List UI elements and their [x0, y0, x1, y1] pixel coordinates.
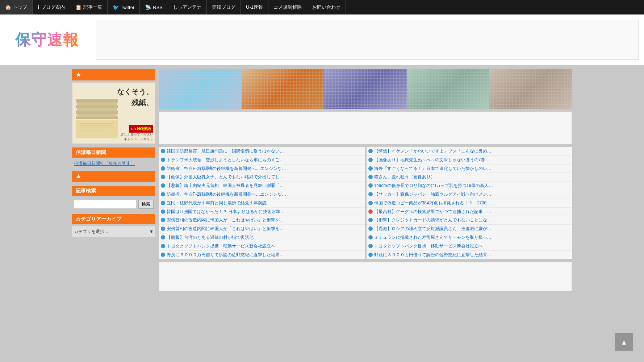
content-ad-top: [159, 112, 572, 144]
nav-u1[interactable]: U-1速報: [241, 0, 268, 14]
article-dot-icon: [368, 218, 373, 222]
nav-comment[interactable]: コメ規制解除: [268, 0, 307, 14]
no-zanshi-badge: NO NO残紙: [129, 125, 153, 133]
search-form: 検索: [72, 198, 155, 211]
home-icon: 🏠: [5, 4, 11, 10]
list-item[interactable]: 【衝撃】クレジットカードの請求がとんでもないことになって…: [367, 216, 572, 225]
search-button[interactable]: 検索: [138, 200, 154, 209]
article-dot-icon: [368, 226, 373, 231]
list-item[interactable]: 【画像】外国人巨乳女子、とんでもない格好で外出してしまう…: [159, 173, 365, 182]
article-link[interactable]: トヨタとソフトバンク提携 移動サービス新会社設立へ: [374, 243, 483, 249]
article-dot-icon: [161, 218, 165, 222]
article-dot-icon: [161, 192, 165, 196]
list-item[interactable]: 立民・枝野代表が１年前と同じ場所で結党１年演説: [159, 199, 365, 208]
list-item[interactable]: 【サッカー】森保ジャパン、強豪ウルグアイ戦へ向けメンバー…: [367, 190, 572, 199]
category-section-header: カテゴリアーカイブ: [72, 214, 155, 224]
list-item[interactable]: 韓国はIT強国ではなかった！？ 日本よりはるかに技術水準が低…: [159, 208, 365, 216]
nav-blog-guide[interactable]: ℹ ブログ案内: [33, 0, 70, 14]
list-item[interactable]: 野茂に３０００万円借りて訴訟の佐野慈紀に直撃した結果「引…: [159, 251, 365, 259]
article-link[interactable]: 野茂に３０００万円借りて訴訟の佐野慈紀に直撃した結果「引…: [167, 252, 286, 258]
news-link[interactable]: 信濃毎日新聞社「魚拓も禁止」: [72, 159, 155, 168]
search-input[interactable]: [74, 200, 137, 209]
nav-article-list[interactable]: 📋 記事一覧: [70, 0, 108, 14]
article-dot-icon: [368, 183, 373, 188]
list-item[interactable]: 韓国で偽造コピー商品が384万点も摘発される！？ 1700人ま…: [367, 199, 572, 208]
nav-top[interactable]: 🏠 トップ: [0, 0, 33, 14]
article-link[interactable]: 【衝撃】クレジットカードの請求がとんでもないことになって…: [374, 217, 494, 223]
list-item[interactable]: 【過激】ロシアの埋め立て反対派議員さん、推進派に嫌がらせ…: [367, 225, 572, 233]
article-link[interactable]: 【画像あり】地獄先生ぬ～べ～の文庫じゃないほうの7巻持っ…: [374, 157, 494, 163]
article-link[interactable]: 安倍首相の改造内閣に韓国人が「これはやばい」と衝撃を受け…: [167, 217, 286, 223]
article-link[interactable]: 【朗報】台湾のとある過疎の村が猫で復活他: [167, 234, 254, 241]
article-dot-icon: [161, 253, 165, 257]
article-dot-icon: [368, 209, 373, 214]
list-item[interactable]: 防衛省、空自F-2戦闘機の後継機を新規開発へ…エンジンなど…: [159, 190, 365, 199]
sidebar: ★ なくそう、残紙、 NO: [72, 69, 155, 291]
nav-twitter[interactable]: 🐦 Twitter: [108, 0, 140, 14]
article-link[interactable]: 防衛省、空自F-2戦闘機の後継機を新規開発へ…エンジンなど…: [167, 191, 286, 197]
list-item[interactable]: トランプ米大統領「交渉しようとしないなら車にものすごい関…: [159, 156, 365, 165]
list-item[interactable]: 【画像あり】地獄先生ぬ～べ～の文庫じゃないほうの7巻持っ…: [367, 156, 572, 165]
header-ad: [96, 20, 639, 60]
search-section-header: 記事検索: [72, 186, 155, 196]
article-link[interactable]: 安倍首相の改造内閣に韓国人が「これはやばい」と衝撃を受け…: [167, 226, 286, 232]
article-dot-icon: [368, 192, 373, 196]
top-nav: 🏠 トップ ℹ ブログ案内 📋 記事一覧 🐦 Twitter 📡 RSS しぃア…: [0, 0, 644, 14]
article-link[interactable]: 韓国国防部長官、旭日旗問題に「国際慣例に従うほかない事案…: [167, 148, 286, 154]
list-item[interactable]: ミシュランに掲載された寿司屋さんでサーモンを取り扱って…: [367, 233, 572, 242]
article-dot-icon: [161, 166, 165, 171]
articles-grid: 韓国国防部長官、旭日旗問題に「国際慣例に従うほかない事案…トランプ米大統領「交渉…: [159, 147, 572, 259]
articles-col-left: 韓国国防部長官、旭日旗問題に「国際慣例に従うほかない事案…トランプ米大統領「交渉…: [159, 147, 365, 259]
newspaper-ad[interactable]: なくそう、残紙、 NO NO残紙 詳しく知ってください キャンペーンサイト: [72, 82, 155, 144]
list-item[interactable]: 【愕然】イケメン「かわいいですよ」ブス「こんなに誉められ…: [367, 147, 572, 156]
banner-1: [159, 69, 242, 109]
campaign-text: キャンペーンサイト: [124, 137, 153, 142]
list-item[interactable]: 野茂に３０００万円借りて訴訟の佐野慈紀に直撃した結果「引…: [367, 251, 572, 259]
article-dot-icon: [161, 201, 165, 205]
list-item[interactable]: 【朗報】台湾のとある過疎の村が猫で復活他: [159, 233, 365, 242]
nav-contact[interactable]: お問い合わせ: [307, 0, 346, 14]
article-link[interactable]: 猫さん、荒れ狂う（画像あり）: [374, 174, 435, 180]
article-link[interactable]: 【愕然】イケメン「かわいいですよ」ブス「こんなに誉められ…: [374, 148, 494, 154]
list-item[interactable]: 防衛省、空自F-2戦闘機の後継機を新規開発へ…エンジンなど…: [159, 165, 365, 173]
nav-antenna[interactable]: しぃアンテナ: [168, 0, 207, 14]
article-link[interactable]: 【最高裁】グーグルの検索結果でかつて逮捕された記事、歯…: [374, 209, 494, 215]
list-item[interactable]: 海外「すごくなってる！」日本で進化していた懐かしのレスト…: [367, 165, 572, 173]
article-link[interactable]: 【サッカー】森保ジャパン、強豪ウルグアイ戦へ向けメンバー…: [374, 191, 494, 197]
list-item[interactable]: 【最高裁】グーグルの検索結果でかつて逮捕された記事、歯…: [367, 208, 572, 216]
article-link[interactable]: 【過激】ロシアの埋め立て反対派議員さん、推進派に嫌がらせ…: [374, 226, 494, 232]
category-dropdown[interactable]: カテゴリを選択... ▼: [72, 226, 155, 237]
article-dot-icon: [161, 158, 165, 162]
article-link[interactable]: 防衛省、空自F-2戦闘機の後継機を新規開発へ…エンジンなど…: [167, 166, 286, 172]
sidebar-star-2: ★: [72, 171, 155, 182]
list-item[interactable]: 安倍首相の改造内閣に韓国人が「これはやばい」と衝撃を受け…: [159, 225, 365, 233]
sidebar-star-1: ★: [72, 69, 155, 80]
list-item[interactable]: 韓国国防部長官、旭日旗問題に「国際慣例に従うほかない事案…: [159, 147, 365, 156]
article-link[interactable]: 韓国で偽造コピー商品が384万点も摘発される！？ 1700人ま…: [374, 200, 494, 206]
list-item[interactable]: トヨタとソフトバンク提携 移動サービス新会社設立へ: [159, 242, 365, 251]
article-link[interactable]: 韓国はIT強国ではなかった！？ 日本よりはるかに技術水準が低…: [167, 209, 286, 215]
article-link[interactable]: 【悲報】鳩山由紀夫元首相 韓国人被爆者を見舞い謝罪「日本…: [167, 183, 286, 189]
article-link[interactable]: 立民・枝野代表が１年前と同じ場所で結党１年演説: [167, 200, 267, 206]
nav-blog[interactable]: 笑韓ブログ: [207, 0, 241, 14]
site-logo[interactable]: 保守速報: [15, 30, 79, 50]
list-item[interactable]: 安倍首相の改造内閣に韓国人が「これはやばい」と衝撃を受け…: [159, 216, 365, 225]
article-dot-icon: [368, 235, 373, 240]
newspaper-stack-icon: [74, 95, 121, 142]
article-link[interactable]: トヨタとソフトバンク提携 移動サービス新会社設立へ: [167, 243, 275, 249]
list-item[interactable]: トヨタとソフトバンク提携 移動サービス新会社設立へ: [367, 242, 572, 251]
list-item[interactable]: 【悲報】鳩山由紀夫元首相 韓国人被爆者を見舞い謝罪「日本…: [159, 182, 365, 190]
article-link[interactable]: トランプ米大統領「交渉しようとしないなら車にものすごい関…: [167, 157, 286, 163]
list-item[interactable]: 猫さん、荒れ狂う（画像あり）: [367, 173, 572, 182]
shiru-link[interactable]: 詳しく知ってください: [121, 132, 153, 137]
article-link[interactable]: 【画像】外国人巨乳女子、とんでもない格好で外出してしまう…: [167, 174, 286, 180]
banner-2: [242, 69, 324, 109]
articles-col-right: 【愕然】イケメン「かわいいですよ」ブス「こんなに誉められ…【画像あり】地獄先生ぬ…: [367, 147, 572, 259]
list-item[interactable]: 149cmの低身長でロリ顔なのにIカップ乳を持つ19歳の新人が…: [367, 182, 572, 190]
nav-rss[interactable]: 📡 RSS: [140, 0, 168, 14]
article-link[interactable]: 海外「すごくなってる！」日本で進化していた懐かしのレスト…: [374, 166, 494, 172]
article-link[interactable]: 野茂に３０００万円借りて訴訟の佐野慈紀に直撃した結果「引…: [374, 252, 494, 258]
article-link[interactable]: ミシュランに掲載された寿司屋さんでサーモンを取り扱って…: [374, 234, 494, 241]
article-link[interactable]: 149cmの低身長でロリ顔なのにIカップ乳を持つ19歳の新人が…: [374, 183, 494, 189]
newspaper-ad-text: なくそう、残紙、: [117, 86, 153, 108]
